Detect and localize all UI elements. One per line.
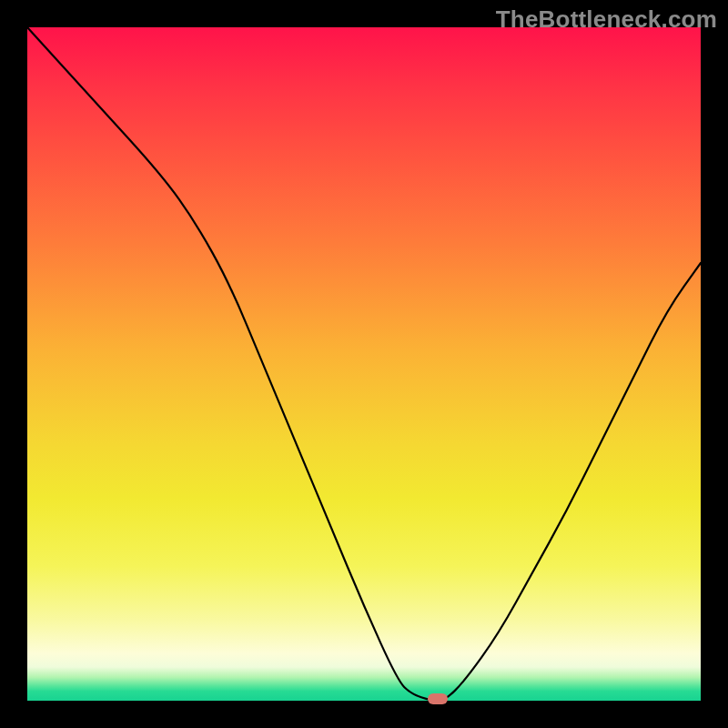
chart-stage: TheBottleneck.com [0,0,728,728]
minimum-marker [428,693,448,704]
bottleneck-curve [27,27,701,701]
curve-path [27,27,701,701]
plot-area [27,27,701,701]
